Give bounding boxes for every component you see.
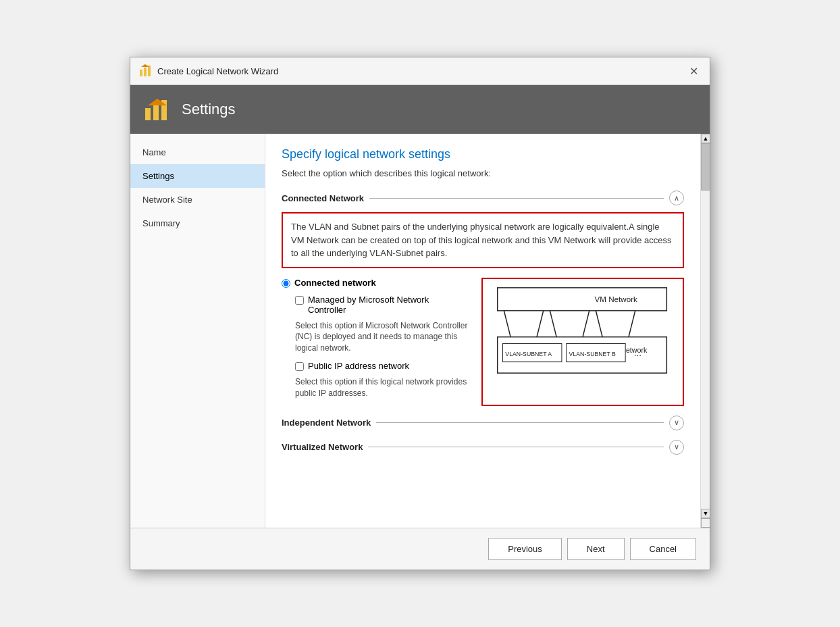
scroll-corner <box>701 518 710 528</box>
public-ip-checkbox[interactable] <box>295 362 304 371</box>
svg-text:VLAN-SUBNET B: VLAN-SUBNET B <box>569 350 616 357</box>
svg-rect-4 <box>145 108 151 120</box>
connected-network-radio-label: Connected network <box>294 278 376 288</box>
wizard-dialog: Create Logical Network Wizard ✕ Settings… <box>130 57 710 570</box>
virtualized-network-toggle[interactable]: ∨ <box>669 440 684 455</box>
svg-text:VM Network: VM Network <box>594 295 637 303</box>
svg-rect-5 <box>153 104 159 120</box>
next-button[interactable]: Next <box>567 538 625 560</box>
public-ip-description: Select this option if this logical netwo… <box>295 376 468 399</box>
virtualized-network-title: Virtualized Network <box>282 442 363 452</box>
previous-button[interactable]: Previous <box>488 538 562 560</box>
sidebar-item-network-site[interactable]: Network Site <box>130 188 265 211</box>
svg-rect-8 <box>498 287 667 310</box>
connected-network-radio-input[interactable] <box>282 279 290 288</box>
header-title: Settings <box>182 101 236 118</box>
page-subtitle: Select the option which describes this l… <box>282 168 684 178</box>
header-icon <box>144 96 171 123</box>
section-header-virtualized: Virtualized Network ∨ <box>282 440 684 455</box>
main-content: Specify logical network settings Select … <box>265 134 700 528</box>
sidebar: Name Settings Network Site Summary <box>130 134 265 528</box>
connected-network-toggle[interactable]: ∧ <box>669 191 684 205</box>
svg-rect-2 <box>148 66 151 76</box>
footer-bar: Previous Next Cancel <box>130 528 710 570</box>
independent-network-title: Independent Network <box>282 418 371 428</box>
managed-by-nc-row: Managed by Microsoft Network Controller <box>295 295 468 315</box>
managed-by-nc-description: Select this option if Microsoft Network … <box>295 320 468 354</box>
svg-text:...: ... <box>634 347 641 357</box>
header-band: Settings <box>130 85 710 134</box>
scroll-thumb[interactable] <box>701 143 710 191</box>
section-divider-virtualized <box>368 447 664 447</box>
content-area: Name Settings Network Site Summary Speci… <box>130 134 710 528</box>
scrollbar[interactable]: ▲ ▼ <box>700 134 710 528</box>
svg-text:VLAN-SUBNET A: VLAN-SUBNET A <box>505 350 552 357</box>
sidebar-item-name[interactable]: Name <box>130 141 265 164</box>
connected-network-section: Connected Network ∧ The VLAN and Subnet … <box>282 191 684 406</box>
radio-group: Connected network Managed by Microsoft N… <box>282 278 684 406</box>
public-ip-label: Public IP address network <box>308 361 409 371</box>
independent-network-section: Independent Network ∨ <box>282 416 684 430</box>
svg-rect-1 <box>144 68 147 76</box>
managed-by-nc-label: Managed by Microsoft Network Controller <box>308 295 468 315</box>
section-divider-connected <box>369 198 664 199</box>
svg-marker-10 <box>504 310 543 336</box>
dialog-title: Create Logical Network Wizard <box>157 66 278 76</box>
public-ip-row: Public IP address network <box>295 361 468 371</box>
svg-rect-0 <box>140 70 142 76</box>
managed-by-nc-checkbox[interactable] <box>295 296 304 305</box>
independent-network-toggle[interactable]: ∨ <box>669 416 684 430</box>
connected-network-radio: Connected network <box>282 278 468 288</box>
section-divider-independent <box>376 422 664 423</box>
virtualized-network-section: Virtualized Network ∨ <box>282 440 684 455</box>
title-bar: Create Logical Network Wizard ✕ <box>130 57 710 85</box>
diagram-svg: VM Network Logical Network <box>488 284 677 399</box>
scroll-down-button[interactable]: ▼ <box>701 509 710 518</box>
connected-network-description: The VLAN and Subnet pairs of the underly… <box>282 212 684 268</box>
network-diagram: VM Network Logical Network <box>481 278 684 406</box>
sidebar-item-summary[interactable]: Summary <box>130 211 265 235</box>
svg-marker-11 <box>550 310 589 336</box>
section-header-connected: Connected Network ∧ <box>282 191 684 205</box>
cancel-button[interactable]: Cancel <box>630 538 696 560</box>
radio-options: Connected network Managed by Microsoft N… <box>282 278 468 406</box>
close-button[interactable]: ✕ <box>685 63 702 79</box>
section-header-independent: Independent Network ∨ <box>282 416 684 430</box>
scroll-up-button[interactable]: ▲ <box>701 134 710 143</box>
wizard-icon <box>138 64 152 78</box>
connected-network-title: Connected Network <box>282 193 364 203</box>
title-bar-left: Create Logical Network Wizard <box>138 64 278 78</box>
sidebar-item-settings[interactable]: Settings <box>130 164 265 188</box>
page-title: Specify logical network settings <box>282 147 684 161</box>
svg-marker-12 <box>596 310 635 336</box>
